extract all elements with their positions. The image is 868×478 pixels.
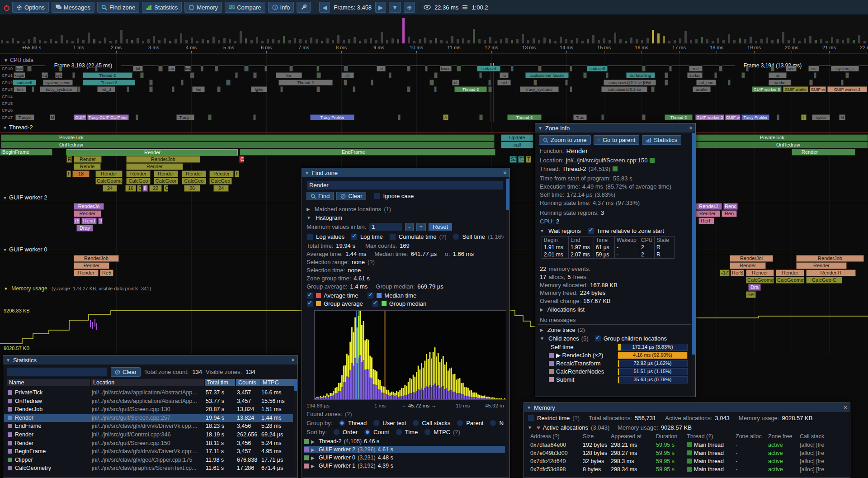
sort-by-option-label[interactable]: Count [373, 429, 389, 435]
frame-bar[interactable] [137, 38, 139, 43]
child-zone-row[interactable]: RecalcTransform72.92 µs (1.62%) [535, 360, 695, 367]
collapse-icon[interactable]: ▼ [528, 425, 532, 430]
frame-bar[interactable] [695, 39, 698, 43]
frame-bar[interactable] [223, 38, 226, 43]
zone[interactable]: (8 [74, 218, 80, 224]
cpu-zone[interactable] [777, 114, 779, 120]
focus-frame-button[interactable]: ⊕ [404, 2, 415, 13]
cpu-zone[interactable]: lgiks [251, 86, 267, 92]
frame-bar[interactable] [706, 39, 708, 43]
expand-icon[interactable]: ▶ [311, 464, 315, 469]
cpu-zone[interactable]: sis [808, 66, 819, 71]
zone[interactable]: -17' [720, 270, 730, 276]
frame-bar[interactable] [310, 38, 312, 43]
zone[interactable]: 26 [184, 185, 200, 192]
frame-bar[interactable] [343, 40, 345, 43]
frame-bar[interactable] [533, 38, 535, 43]
cpu-zone[interactable] [570, 66, 572, 71]
zone[interactable]: Render [74, 262, 109, 269]
zone-trace-label[interactable]: Zone trace [547, 327, 576, 333]
cpu-zone[interactable]: irq [42, 72, 48, 78]
frame-bar[interactable] [413, 41, 415, 43]
zone[interactable]: CalcGeomel [746, 277, 774, 284]
column-header-name[interactable]: Name [7, 379, 90, 386]
zoom-to-zone-button[interactable]: Zoom to zone [539, 135, 591, 145]
child-zone-name[interactable]: CalcRenderNodes [556, 368, 604, 375]
zone[interactable]: BeginFrame [0, 149, 52, 156]
cpu-zone[interactable]: Thread-2 [83, 80, 135, 85]
cpu-zone[interactable] [741, 72, 745, 78]
expand-icon[interactable]: ▶ [540, 307, 543, 312]
cpu-zone[interactable] [457, 66, 461, 71]
cpu-zone[interactable]: M [50, 114, 55, 120]
frame-bar[interactable] [23, 42, 25, 43]
cpu-zone[interactable] [407, 66, 410, 71]
frame-bar[interactable] [690, 40, 692, 43]
info-button[interactable]: Info [268, 2, 294, 13]
frame-bar[interactable] [234, 41, 236, 43]
statistics-titlebar[interactable]: ▼ Statistics × [3, 355, 297, 364]
zone[interactable]: RenderJob [796, 255, 864, 262]
cpu-data-header[interactable]: ▼CPU data [4, 57, 33, 63]
zone[interactable]: 8 [142, 185, 148, 192]
frame-bar[interactable] [278, 40, 280, 43]
frame-bar[interactable] [93, 39, 95, 43]
frame-bar[interactable] [288, 40, 291, 43]
frame-bar[interactable] [419, 39, 421, 43]
frame-bar[interactable] [820, 39, 822, 43]
zone[interactable]: RenderJob [74, 255, 119, 262]
frame-bar[interactable] [663, 36, 665, 43]
cpu-zone[interactable] [235, 72, 238, 78]
frame-bar[interactable] [256, 37, 258, 43]
mem-column-header[interactable]: Duration [656, 433, 677, 440]
child-zone-row[interactable]: Self time172.14 µs (3.83%) [535, 344, 695, 351]
frame-bar[interactable] [679, 38, 681, 43]
frame-bar[interactable] [516, 39, 519, 43]
zone[interactable]: F [66, 170, 71, 177]
cpu-zone[interactable]: tracy_systrace [40, 86, 78, 92]
frame-bar[interactable] [657, 33, 660, 43]
find-zone-search-input[interactable] [307, 180, 504, 190]
collapse-icon[interactable]: ▼ [307, 215, 311, 220]
cpu-zone[interactable]: ot [452, 80, 459, 85]
frame-bar[interactable] [668, 41, 670, 43]
collapse-icon[interactable]: ▼ [4, 58, 8, 63]
zone[interactable]: CalcGeo [126, 178, 151, 185]
cpu-zone[interactable]: composer@2.1-se [601, 86, 647, 92]
cpu-zone[interactable] [565, 80, 568, 85]
zone[interactable]: CalcGeo C [806, 277, 842, 284]
frame-bar[interactable] [511, 40, 513, 43]
cpu-zone[interactable] [190, 72, 194, 78]
frame-bar[interactable] [381, 32, 383, 43]
frame-bar[interactable] [71, 41, 74, 43]
cpu-zone[interactable] [719, 66, 722, 71]
frame-bar[interactable] [587, 39, 589, 43]
zone[interactable]: T3 [518, 156, 524, 163]
frame-bar[interactable] [500, 39, 502, 43]
zone[interactable]: Renc [723, 203, 738, 210]
frame-bar[interactable] [120, 30, 123, 43]
frame-bar[interactable] [489, 37, 491, 43]
time-ruler[interactable]: +55.83 s1 ms2 ms3 ms4 ms5 ms6 ms7 ms8 ms… [0, 44, 868, 54]
mem-column-header[interactable]: Address (?) [530, 433, 560, 440]
find-zone-histogram[interactable] [314, 310, 508, 400]
zone[interactable]: RenderJob [126, 156, 200, 163]
zone[interactable]: PrivateTick [1, 134, 495, 141]
zone[interactable]: Render [695, 210, 720, 217]
frame-bar[interactable] [641, 40, 643, 43]
frame-bar[interactable] [782, 32, 784, 43]
cpu-zone[interactable]: tracy_systrace [520, 86, 559, 92]
frame-bar[interactable] [853, 40, 855, 43]
cpu-zone[interactable] [845, 72, 849, 78]
cpu-zone[interactable] [771, 66, 774, 71]
zone[interactable]: Rencer [746, 270, 774, 276]
wait-regions-label[interactable]: Wait regions [548, 227, 581, 234]
frame-bar[interactable] [717, 38, 719, 43]
found-group-row[interactable]: ▶Thread-2(4,105)6.46 s [304, 438, 505, 445]
zone[interactable]: 16 [125, 185, 136, 192]
frame-bar[interactable] [375, 40, 377, 43]
log-values-checkbox[interactable] [307, 233, 313, 240]
cpu-zone[interactable]: surfacefl [13, 80, 36, 85]
frame-bar[interactable] [283, 36, 285, 43]
cpu-zone[interactable]: kw [184, 66, 191, 71]
